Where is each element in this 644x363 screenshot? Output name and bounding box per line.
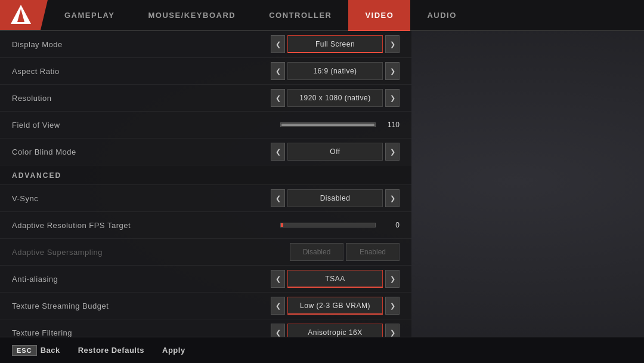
vsync-value: Disabled: [287, 189, 383, 207]
display-mode-control: ❮ Full Screen ❯: [271, 35, 400, 53]
fov-label: Field of View: [12, 121, 280, 130]
vsync-right[interactable]: ❯: [385, 189, 400, 207]
adaptive-res-slider-track[interactable]: [280, 223, 376, 227]
aspect-ratio-right[interactable]: ❯: [385, 62, 400, 80]
texture-streaming-value: Low (2-3 GB VRAM): [287, 297, 383, 315]
resolution-right[interactable]: ❯: [385, 89, 400, 107]
apply-action[interactable]: Apply: [162, 346, 185, 355]
anti-aliasing-label: Anti-aliasing: [12, 275, 271, 284]
color-blind-left[interactable]: ❮: [271, 143, 285, 161]
color-blind-control: ❮ Off ❯: [271, 143, 400, 161]
color-blind-right[interactable]: ❯: [385, 143, 400, 161]
anti-aliasing-right[interactable]: ❯: [385, 270, 400, 288]
texture-streaming-label: Texture Streaming Budget: [12, 302, 271, 310]
aspect-ratio-value: 16:9 (native): [287, 62, 383, 80]
tab-video[interactable]: VIDEO: [348, 0, 410, 30]
apex-logo: [9, 3, 33, 27]
aspect-ratio-control: ❮ 16:9 (native) ❯: [271, 62, 400, 80]
texture-streaming-row: Texture Streaming Budget ❮ Low (2-3 GB V…: [0, 293, 411, 319]
fov-slider-track[interactable]: [280, 122, 376, 127]
logo-area: [0, 0, 48, 30]
settings-panel: Display Mode ❮ Full Screen ❯ Aspect Rati…: [0, 31, 411, 337]
adaptive-res-control: 0: [280, 221, 400, 229]
aspect-ratio-row: Aspect Ratio ❮ 16:9 (native) ❯: [0, 58, 411, 85]
advanced-header: ADVANCED: [0, 165, 411, 185]
vsync-control: ❮ Disabled ❯: [271, 189, 400, 207]
adaptive-super-label: Adaptive Supersampling: [12, 248, 290, 257]
aspect-ratio-left[interactable]: ❮: [271, 62, 285, 80]
apply-label: Apply: [162, 346, 185, 355]
resolution-control: ❮ 1920 x 1080 (native) ❯: [271, 89, 400, 107]
tab-gameplay[interactable]: GAMEPLAY: [48, 0, 131, 30]
top-nav: GAMEPLAY MOUSE/KEYBOARD CONTROLLER VIDEO…: [0, 0, 644, 31]
display-mode-value: Full Screen: [287, 35, 383, 53]
tab-audio[interactable]: AUDIO: [410, 0, 473, 30]
adaptive-super-disabled-btn[interactable]: Disabled: [290, 243, 343, 261]
resolution-row: Resolution ❮ 1920 x 1080 (native) ❯: [0, 85, 411, 112]
fov-row: Field of View 110: [0, 112, 411, 139]
display-mode-right[interactable]: ❯: [385, 35, 400, 53]
anti-aliasing-control: ❮ TSAA ❯: [271, 270, 400, 288]
texture-streaming-left[interactable]: ❮: [271, 297, 285, 315]
resolution-value: 1920 x 1080 (native): [287, 89, 383, 107]
adaptive-res-label: Adaptive Resolution FPS Target: [12, 221, 280, 230]
back-label: Back: [41, 346, 60, 355]
back-action[interactable]: ESC Back: [12, 345, 60, 356]
resolution-label: Resolution: [12, 94, 271, 103]
restore-defaults-action[interactable]: Restore Defaults: [78, 346, 144, 355]
nav-tabs: GAMEPLAY MOUSE/KEYBOARD CONTROLLER VIDEO…: [48, 0, 644, 30]
resolution-left[interactable]: ❮: [271, 89, 285, 107]
texture-streaming-control: ❮ Low (2-3 GB VRAM) ❯: [271, 297, 400, 315]
fov-slider-fill: [281, 124, 374, 126]
texture-filtering-right[interactable]: ❯: [385, 324, 400, 337]
texture-filtering-value: Anisotropic 16X: [287, 324, 383, 337]
color-blind-value: Off: [287, 143, 383, 161]
esc-key: ESC: [12, 345, 37, 356]
adaptive-res-slider-fill: [281, 223, 283, 227]
texture-filtering-control: ❮ Anisotropic 16X ❯: [271, 324, 400, 337]
texture-filtering-left[interactable]: ❮: [271, 324, 285, 337]
app-container: GAMEPLAY MOUSE/KEYBOARD CONTROLLER VIDEO…: [0, 0, 644, 363]
adaptive-res-row: Adaptive Resolution FPS Target 0: [0, 212, 411, 239]
anti-aliasing-value: TSAA: [287, 270, 383, 288]
display-mode-row: Display Mode ❮ Full Screen ❯: [0, 31, 411, 58]
texture-streaming-right[interactable]: ❯: [385, 297, 400, 315]
vsync-left[interactable]: ❮: [271, 189, 285, 207]
anti-aliasing-left[interactable]: ❮: [271, 270, 285, 288]
display-mode-label: Display Mode: [12, 40, 271, 49]
adaptive-res-value: 0: [382, 221, 400, 229]
main-content: Display Mode ❮ Full Screen ❯ Aspect Rati…: [0, 31, 644, 337]
aspect-ratio-label: Aspect Ratio: [12, 67, 271, 76]
bottom-bar: ESC Back Restore Defaults Apply: [0, 337, 644, 363]
fov-control: 110: [280, 121, 400, 129]
anti-aliasing-row: Anti-aliasing ❮ TSAA ❯: [0, 266, 411, 293]
adaptive-super-enabled-btn[interactable]: Enabled: [346, 243, 400, 261]
vsync-label: V-Sync: [12, 194, 271, 203]
color-blind-label: Color Blind Mode: [12, 147, 271, 156]
right-background: [411, 31, 644, 337]
display-mode-left[interactable]: ❮: [271, 35, 285, 53]
fov-value: 110: [382, 121, 400, 129]
texture-filtering-row: Texture Filtering ❮ Anisotropic 16X ❯: [0, 319, 411, 337]
adaptive-super-row: Adaptive Supersampling Disabled Enabled: [0, 239, 411, 266]
color-blind-row: Color Blind Mode ❮ Off ❯: [0, 139, 411, 165]
texture-filtering-label: Texture Filtering: [12, 328, 271, 337]
restore-defaults-label: Restore Defaults: [78, 346, 144, 355]
tab-mouse-keyboard[interactable]: MOUSE/KEYBOARD: [131, 0, 252, 30]
adaptive-super-control: Disabled Enabled: [290, 243, 400, 261]
tab-controller[interactable]: CONTROLLER: [252, 0, 348, 30]
vsync-row: V-Sync ❮ Disabled ❯: [0, 185, 411, 212]
